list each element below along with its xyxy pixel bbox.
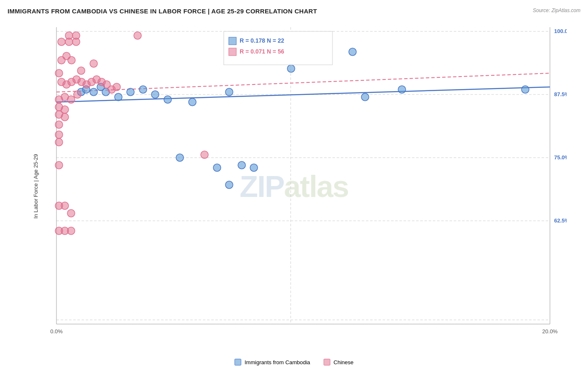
svg-text:87.5%: 87.5% — [554, 91, 567, 97]
svg-point-64 — [67, 96, 75, 103]
source-label: Source: ZipAtlas.com — [533, 8, 580, 13]
svg-point-24 — [139, 86, 147, 93]
svg-point-23 — [127, 88, 134, 96]
svg-point-44 — [134, 32, 141, 39]
bottom-legend: Immigrants from Cambodia Chinese — [235, 359, 353, 365]
chart-container: IMMIGRANTS FROM CAMBODIA VS CHINESE IN L… — [0, 0, 588, 373]
svg-point-26 — [164, 96, 171, 103]
svg-text:75.0%: 75.0% — [554, 154, 567, 161]
svg-point-27 — [189, 98, 196, 106]
svg-point-35 — [250, 164, 258, 171]
svg-point-43 — [72, 32, 80, 39]
svg-point-71 — [55, 131, 63, 138]
svg-text:100.0%: 100.0% — [554, 28, 567, 34]
svg-point-29 — [213, 164, 221, 171]
cambodia-label: Immigrants from Cambodia — [245, 359, 310, 365]
svg-rect-83 — [229, 37, 236, 45]
svg-point-76 — [67, 209, 75, 217]
svg-point-80 — [201, 151, 208, 158]
svg-point-73 — [55, 161, 63, 169]
svg-point-34 — [361, 93, 369, 101]
svg-point-42 — [65, 32, 73, 39]
svg-point-30 — [238, 161, 245, 169]
chart-title: IMMIGRANTS FROM CAMBODIA VS CHINESE IN L… — [8, 8, 317, 15]
svg-point-47 — [68, 56, 75, 64]
svg-text:62.5%: 62.5% — [554, 217, 567, 224]
svg-point-33 — [287, 65, 295, 72]
svg-text:0.0%: 0.0% — [50, 328, 63, 335]
svg-point-19 — [90, 88, 97, 96]
svg-point-75 — [61, 202, 69, 209]
svg-text:R = 0.178   N = 22: R = 0.178 N = 22 — [240, 37, 284, 44]
legend-chinese: Chinese — [324, 359, 354, 365]
legend-cambodia: Immigrants from Cambodia — [235, 359, 310, 365]
svg-text:R = 0.071   N = 56: R = 0.071 N = 56 — [240, 48, 284, 55]
svg-point-72 — [55, 138, 63, 146]
svg-rect-85 — [229, 48, 236, 56]
cambodia-swatch — [235, 359, 241, 365]
chart-svg: .grid-line { stroke: #ccc; stroke-width:… — [23, 23, 567, 349]
svg-point-81 — [90, 60, 97, 67]
svg-point-49 — [55, 69, 63, 77]
svg-point-39 — [58, 38, 65, 46]
chinese-swatch — [324, 359, 330, 365]
svg-point-25 — [151, 91, 159, 98]
svg-point-37 — [522, 86, 529, 93]
svg-point-69 — [61, 113, 69, 121]
svg-point-31 — [225, 88, 233, 96]
svg-point-28 — [176, 154, 184, 161]
svg-point-32 — [225, 181, 233, 189]
chinese-label: Chinese — [334, 359, 354, 365]
svg-point-36 — [398, 86, 406, 93]
svg-point-22 — [115, 93, 122, 101]
svg-point-61 — [113, 83, 120, 91]
svg-point-79 — [67, 227, 75, 235]
svg-point-48 — [77, 67, 85, 74]
svg-point-38 — [349, 48, 356, 56]
svg-text:20.0%: 20.0% — [542, 328, 558, 335]
svg-point-70 — [55, 121, 63, 128]
svg-point-65 — [74, 91, 81, 98]
